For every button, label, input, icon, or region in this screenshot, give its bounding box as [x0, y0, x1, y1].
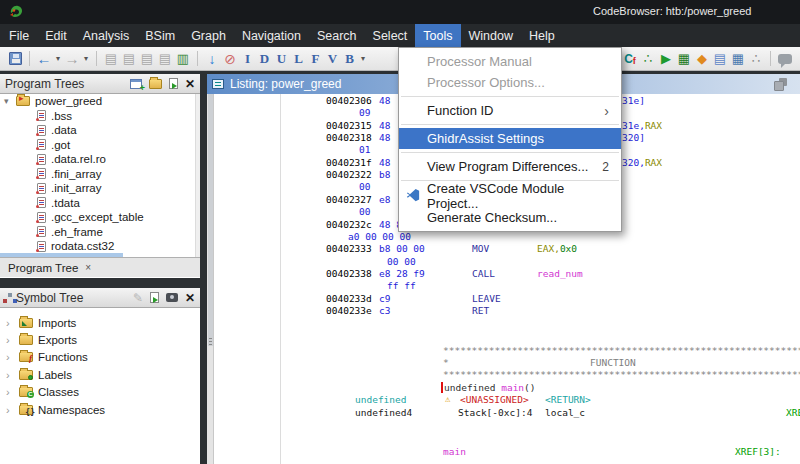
symbol-tree-item-exports[interactable]: ›Exports — [0, 331, 200, 348]
symbol-tree-item-imports[interactable]: ›Imports — [0, 314, 200, 331]
listing-row[interactable]: 00 00 — [207, 256, 800, 268]
letter-d-button[interactable]: D — [257, 49, 272, 69]
menu-graph[interactable]: Graph — [183, 24, 234, 47]
menu-tools[interactable]: Tools — [415, 24, 460, 47]
menu-item-generate-checksum[interactable]: Generate Checksum... — [399, 207, 621, 228]
back-icon[interactable]: ← — [36, 49, 52, 69]
menu-item-view-program-differences[interactable]: View Program Differences...2 — [399, 156, 621, 177]
letter-l-button[interactable]: L — [291, 49, 306, 69]
tree-node-section[interactable]: .data.rel.ro — [0, 152, 200, 167]
letter-u-button[interactable]: U — [274, 49, 289, 69]
symbol-tree-item-labels[interactable]: ›Labels — [0, 366, 200, 383]
nav-page-3-icon[interactable]: ▤ — [139, 49, 155, 69]
clear-flow-icon[interactable]: Cf — [622, 49, 638, 69]
symbol-tree-item-functions[interactable]: ›fFunctions — [0, 349, 200, 366]
menu-item-processor-manual[interactable]: Processor Manual — [399, 51, 621, 72]
tools-menu: Processor ManualProcessor Options...Func… — [398, 47, 622, 232]
forward-icon[interactable]: → — [64, 49, 80, 69]
table-chooser-icon[interactable]: ▦ — [730, 49, 746, 69]
xref-label[interactable]: XREF[3]: — [735, 446, 781, 457]
symbol-tree-item-namespaces[interactable]: ›{}Namespaces — [0, 401, 200, 418]
function-return-row[interactable]: undefined ⚠ <UNASSIGNED> <RETURN> — [207, 394, 800, 406]
close-icon[interactable]: ✕ — [185, 292, 195, 304]
letter-f-button[interactable]: F — [308, 49, 323, 69]
run-script-icon[interactable]: ▶ — [658, 49, 674, 69]
nav-page-2-icon[interactable]: ▤ — [121, 49, 137, 69]
memory-image-icon[interactable]: ▥ — [175, 49, 191, 69]
listing-row[interactable]: 00402338e8 28 f9CALLread_num — [207, 268, 800, 280]
menu-edit[interactable]: Edit — [37, 24, 75, 47]
forward-dropdown-caret-icon[interactable]: ▾ — [82, 49, 90, 69]
memory-map-icon[interactable]: ▦ — [676, 49, 692, 69]
letter-b-button[interactable]: B — [342, 49, 357, 69]
menu-bsim[interactable]: BSim — [137, 24, 183, 47]
function-graph-icon[interactable]: ∴ — [640, 49, 656, 69]
section-icon — [37, 183, 46, 194]
program-tree-tab[interactable]: Program Tree × — [0, 257, 200, 277]
listing-row[interactable]: 0040233ec3RET — [207, 305, 800, 317]
tree-node-section[interactable]: .gcc_except_table — [0, 210, 200, 225]
save-icon[interactable] — [7, 49, 23, 69]
menu-item-ghidrassist-settings[interactable]: GhidrAssist Settings — [399, 128, 621, 149]
listing-row[interactable]: 00402333b8 00 00MOVEAX,0x0 — [207, 243, 800, 255]
new-tree-icon[interactable] — [130, 79, 142, 89]
tree-node-section[interactable]: rodata.cst32 — [0, 239, 200, 254]
symbol-tree-panel: Symbol Tree ✎ ✕ ›Imports›Exports›fFuncti… — [0, 288, 200, 464]
tree-node-root[interactable]: ▾▸power_greed — [0, 94, 200, 109]
tree-node-section[interactable]: .data — [0, 123, 200, 138]
menu-search[interactable]: Search — [309, 24, 365, 47]
camera-icon[interactable] — [166, 293, 178, 302]
plate-comment-line[interactable]: * FUNCTION — [207, 357, 800, 369]
function-signature[interactable]: undefined main() — [207, 382, 800, 394]
tree-node-section[interactable]: .got — [0, 138, 200, 153]
tree-node-section[interactable]: .tdata — [0, 196, 200, 211]
edit-pencil-icon[interactable]: ✎ — [133, 291, 143, 305]
menu-help[interactable]: Help — [521, 24, 563, 47]
menu-item-processor-options[interactable]: Processor Options... — [399, 72, 621, 93]
clear-code-icon[interactable]: ⊘ — [222, 49, 238, 69]
menu-select[interactable]: Select — [365, 24, 416, 47]
symbol-tree-item-classes[interactable]: ›CClasses — [0, 384, 200, 401]
menu-item-create-vscode-module-project[interactable]: Create VSCode Module Project... — [399, 184, 621, 207]
nav-page-4-icon[interactable]: ▤ — [157, 49, 173, 69]
xref-label[interactable]: XREF — [786, 407, 800, 418]
tree-node-section[interactable]: .bss — [0, 109, 200, 124]
letter-v-button[interactable]: V — [325, 49, 340, 69]
program-tree-vertical-scrollbar[interactable] — [195, 94, 200, 257]
section-icon — [37, 110, 46, 121]
open-folder-icon[interactable] — [149, 79, 162, 89]
listing-row[interactable]: ff ff — [207, 280, 800, 292]
down-arrow-icon[interactable]: ↓ — [204, 49, 220, 69]
letter-i-button[interactable]: I — [240, 49, 255, 69]
back-dropdown-caret-icon[interactable]: ▾ — [54, 49, 62, 69]
tree-node-section[interactable]: .fini_array — [0, 167, 200, 182]
nav-page-1-icon[interactable]: ▤ — [103, 49, 119, 69]
plate-comment-line[interactable]: ****************************************… — [207, 345, 800, 357]
menu-window[interactable]: Window — [461, 24, 521, 47]
import-icon[interactable] — [150, 292, 159, 303]
restore-tree-icon[interactable] — [169, 78, 178, 89]
function-local-row[interactable]: undefined4 Stack[-0xc]:4 local_c XREF — [207, 407, 800, 419]
listing-row[interactable]: a0 00 00 00 — [207, 231, 800, 243]
tree-node-section[interactable]: .eh_frame — [0, 225, 200, 240]
codebrowser-window: CodeBrowser: htb:/power_greed FileEditAn… — [0, 0, 800, 464]
data-type-manager-icon[interactable]: ◆ — [694, 49, 710, 69]
gutter-drag-handle-icon[interactable] — [209, 338, 212, 339]
clone-snapshot-icon[interactable] — [774, 78, 787, 91]
menu-file[interactable]: File — [1, 24, 37, 47]
register-table-icon[interactable]: ▤ — [712, 49, 728, 69]
close-icon[interactable]: ✕ — [185, 78, 195, 90]
menu-item-function-id[interactable]: Function ID› — [399, 100, 621, 121]
call-tree-icon[interactable]: ∴ — [748, 49, 764, 69]
tab-close-icon[interactable]: × — [85, 262, 91, 273]
menu-analysis[interactable]: Analysis — [75, 24, 138, 47]
function-label[interactable]: main — [443, 446, 466, 457]
letters-dropdown-caret-icon[interactable]: ▾ — [359, 49, 367, 69]
program-tree-horizontal-scrollbar[interactable] — [0, 253, 123, 257]
comments-icon[interactable] — [777, 49, 793, 69]
plate-comment-line[interactable]: ****************************************… — [207, 369, 800, 381]
tree-node-section[interactable]: .init_array — [0, 181, 200, 196]
function-label-row[interactable]: main XREF[3]: — [207, 446, 800, 458]
menu-navigation[interactable]: Navigation — [234, 24, 309, 47]
listing-row[interactable]: 0040233dc9LEAVE — [207, 293, 800, 305]
